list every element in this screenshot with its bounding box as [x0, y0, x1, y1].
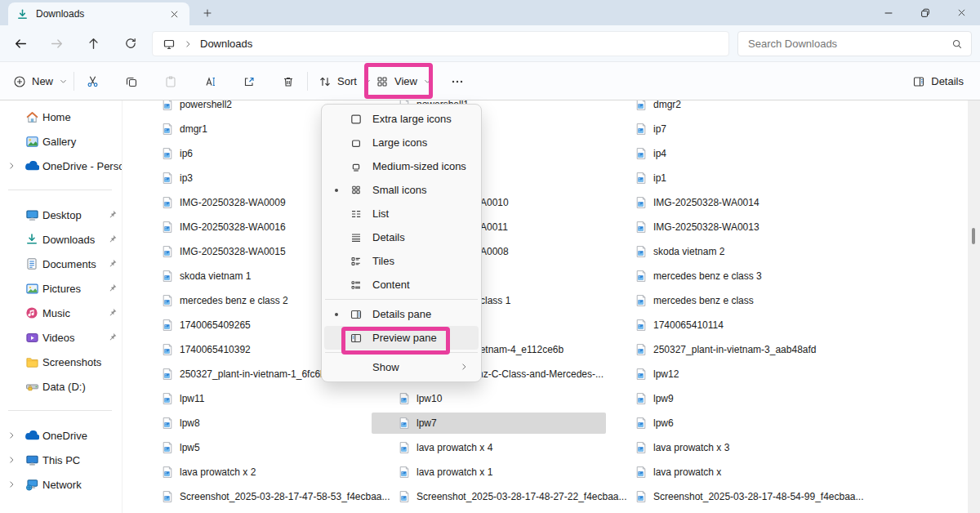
share-button[interactable] — [235, 67, 263, 96]
menu-item-extra-large-icons[interactable]: Extra large icons — [324, 107, 479, 131]
file-item-powershell2[interactable]: powershell2 — [161, 100, 232, 117]
menu-item-small-icons[interactable]: Small icons — [324, 178, 479, 202]
file-item-screenshot-2025-03-28-17-47-58-53-f4ecbaa[interactable]: Screenshot_2025-03-28-17-47-58-53_f4ecba… — [161, 484, 390, 509]
copy-button[interactable] — [118, 67, 145, 96]
file-item-ip1[interactable]: ip1 — [635, 166, 666, 190]
delete-button[interactable] — [274, 67, 302, 96]
file-item-mercedes-benz-e-class[interactable]: mercedes benz e class — [635, 288, 754, 313]
file-item-lava-prowatch-x[interactable]: lava prowatch x — [635, 460, 721, 484]
tab-downloads[interactable]: Downloads — [8, 2, 189, 25]
search-input[interactable] — [746, 37, 951, 51]
file-item-lpw9[interactable]: lpw9 — [635, 386, 674, 411]
file-item-fragment[interactable]: nz-C-Class-and-Mercedes-... — [478, 362, 604, 386]
sidebar-item-pictures[interactable]: Pictures — [0, 276, 122, 301]
menu-item-large-icons[interactable]: Large icons — [324, 131, 479, 154]
sidebar-item-home[interactable]: Home — [0, 105, 122, 129]
file-item-1740065410114[interactable]: 1740065410114 — [635, 313, 724, 337]
paste-button[interactable] — [157, 67, 185, 96]
file-item-screenshot-2025-03-28-17-48-27-22-f4ecbaa[interactable]: Screenshot_2025-03-28-17-48-27-22_f4ecba… — [398, 484, 627, 509]
file-item-250327-plant-in-vietnam-3-aab48afd[interactable]: 250327_plant-in-vietnam-3_aab48afd — [635, 337, 816, 362]
sidebar-item-screenshots[interactable]: Screenshots — [0, 350, 122, 374]
menu-item-details-pane[interactable]: Details pane — [324, 302, 479, 326]
file-item-fragment[interactable]: A0008 — [480, 239, 509, 264]
refresh-button[interactable] — [118, 30, 144, 56]
sort-button[interactable]: Sort — [312, 67, 378, 96]
forward-button[interactable] — [43, 30, 69, 56]
file-item-screenshot-2025-03-28-17-48-54-99-f4ecbaa[interactable]: Screenshot_2025-03-28-17-48-54-99_f4ecba… — [635, 484, 864, 509]
close-button[interactable] — [943, 0, 980, 25]
sidebar-item-music[interactable]: Music — [0, 301, 122, 325]
file-item-lpw10[interactable]: lpw10 — [398, 386, 442, 411]
file-item-lava-prowatch-x-4[interactable]: lava prowatch x 4 — [398, 435, 492, 460]
sidebar-item-videos[interactable]: Videos — [0, 325, 122, 350]
scrollbar-track[interactable] — [968, 100, 980, 513]
more-options-button[interactable] — [443, 67, 471, 96]
menu-item-details[interactable]: Details — [324, 225, 479, 249]
menu-item-show[interactable]: Show — [324, 355, 479, 379]
file-item-fragment[interactable]: class 1 — [480, 288, 510, 313]
new-button[interactable]: New — [7, 67, 74, 96]
file-item-ip4[interactable]: ip4 — [635, 141, 666, 166]
file-item-dmgr2[interactable]: dmgr2 — [635, 100, 681, 117]
file-item-skoda-vietnam-1[interactable]: skoda vietnam 1 — [161, 264, 251, 288]
sidebar-item-data-d[interactable]: Data (D:) — [0, 374, 122, 399]
details-pane-toggle-button[interactable]: Details — [906, 67, 970, 96]
sidebar-item-gallery[interactable]: Gallery — [0, 129, 122, 154]
file-item-img-20250328-wa0014[interactable]: IMG-20250328-WA0014 — [635, 190, 760, 215]
tab-close-icon[interactable] — [167, 7, 181, 21]
file-item-ip6[interactable]: ip6 — [161, 141, 193, 166]
file-item-img-20250328-wa0009[interactable]: IMG-20250328-WA0009 — [161, 190, 286, 215]
file-item-lava-prowatch-x-1[interactable]: lava prowatch x 1 — [398, 460, 492, 484]
cut-button[interactable] — [78, 67, 106, 96]
file-item-lpw12[interactable]: lpw12 — [635, 362, 679, 386]
file-item-lpw6[interactable]: lpw6 — [635, 411, 674, 435]
menu-item-preview-pane[interactable]: Preview pane — [324, 326, 479, 350]
view-button[interactable]: View — [369, 67, 439, 96]
chevron-right-icon[interactable] — [7, 430, 16, 440]
file-item-img-20250328-wa0013[interactable]: IMG-20250328-WA0013 — [635, 215, 760, 239]
file-item-lpw11[interactable]: lpw11 — [161, 386, 204, 411]
restore-button[interactable] — [906, 0, 943, 25]
file-item-lava-prowatch-x-3[interactable]: lava prowatch x 3 — [635, 435, 729, 460]
chevron-right-icon[interactable] — [7, 480, 16, 489]
sidebar-item-network[interactable]: Network — [0, 472, 122, 497]
rename-button[interactable] — [196, 67, 224, 96]
sidebar-item-desktop[interactable]: Desktop — [0, 203, 122, 227]
file-item-fragment[interactable]: A0010 — [480, 190, 509, 215]
file-item-lpw5[interactable]: lpw5 — [161, 435, 200, 460]
new-tab-button[interactable] — [198, 4, 217, 22]
menu-item-list[interactable]: List — [324, 202, 479, 225]
sidebar-item-this-pc[interactable]: This PC — [0, 448, 122, 472]
sidebar-item-downloads[interactable]: Downloads — [0, 227, 122, 252]
file-item-lpw7[interactable]: lpw7 — [398, 411, 437, 435]
file-item-1740065410392[interactable]: 1740065410392 — [161, 337, 251, 362]
file-item-mercedes-benz-e-class-2[interactable]: mercedes benz e class 2 — [161, 288, 288, 313]
search-box[interactable] — [737, 31, 972, 56]
menu-item-tiles[interactable]: Tiles — [324, 249, 479, 273]
file-item-ip7[interactable]: ip7 — [635, 117, 666, 141]
sidebar-item-documents[interactable]: Documents — [0, 252, 122, 276]
file-item-mercedes-benz-e-class-3[interactable]: mercedes benz e class 3 — [635, 264, 762, 288]
chevron-right-icon[interactable] — [7, 455, 16, 465]
file-item-lpw8[interactable]: lpw8 — [161, 411, 200, 435]
file-item-dmgr1[interactable]: dmgr1 — [161, 117, 207, 141]
menu-item-medium-sized-icons[interactable]: Medium-sized icons — [324, 154, 479, 178]
file-item-1740065409265[interactable]: 1740065409265 — [161, 313, 251, 337]
chevron-right-icon[interactable] — [183, 39, 193, 49]
file-item-skoda-vietnam-2[interactable]: skoda vietnam 2 — [635, 239, 724, 264]
menu-item-content[interactable]: Content — [324, 273, 479, 297]
file-item-lava-prowatch-x-2[interactable]: lava prowatch x 2 — [161, 460, 256, 484]
sidebar-item-onedrive-persona[interactable]: OneDrive - Persona — [0, 154, 122, 178]
file-item-fragment[interactable]: A0011 — [480, 215, 508, 239]
file-item-250327-plant-in-vietnam-1-6fc6bcff[interactable]: 250327_plant-in-vietnam-1_6fc6bcff — [161, 362, 336, 386]
file-item-img-20250328-wa0015[interactable]: IMG-20250328-WA0015 — [161, 239, 286, 264]
chevron-right-icon[interactable] — [7, 161, 16, 171]
back-button[interactable] — [7, 30, 33, 56]
sidebar-item-onedrive[interactable]: OneDrive — [0, 423, 122, 448]
scrollbar-thumb[interactable] — [972, 228, 975, 244]
file-item-ip3[interactable]: ip3 — [161, 166, 193, 190]
file-item-img-20250328-wa0016[interactable]: IMG-20250328-WA0016 — [161, 215, 286, 239]
file-item-fragment[interactable]: ietnam-4_e112ce6b — [478, 337, 564, 362]
breadcrumb[interactable]: Downloads — [200, 38, 252, 50]
address-bar[interactable]: Downloads — [152, 31, 729, 56]
